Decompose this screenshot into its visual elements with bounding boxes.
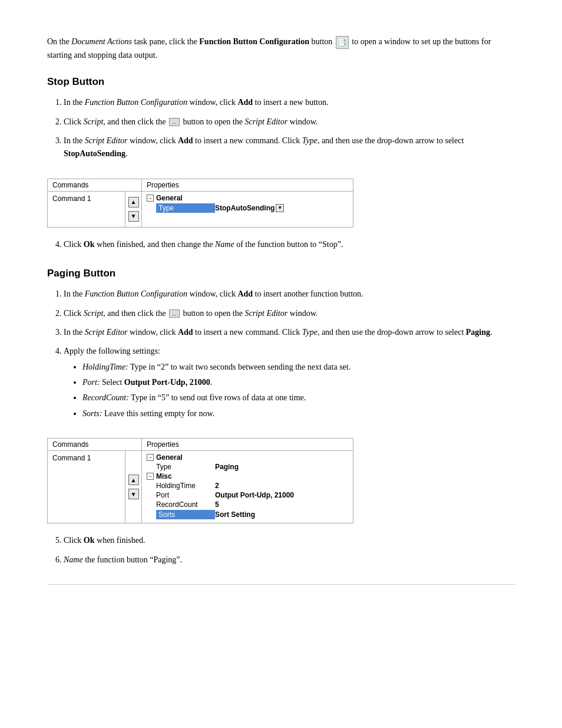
stop-general-label: General xyxy=(156,194,183,202)
paging-step-1-bold: Add xyxy=(237,289,253,298)
paging-misc-label: Misc xyxy=(156,472,172,480)
stop-button-steps: In the Function Button Configuration win… xyxy=(64,96,515,161)
stop-type-row: Type StopAutoSending ▼ xyxy=(156,203,348,213)
stop-command-1: Command 1 xyxy=(50,194,123,203)
stop-button-steps-cont: Click Ok when finished, and then change … xyxy=(64,238,515,251)
stop-step-1-italic: Function Button Configuration xyxy=(85,98,187,107)
paging-step-3: In the Script Editor window, click Add t… xyxy=(64,326,515,339)
paging-port-key: Port xyxy=(156,491,215,499)
paging-step-1-italic: Function Button Configuration xyxy=(85,289,187,298)
paging-misc-header: − Misc xyxy=(147,472,348,480)
paging-commands-header: Commands xyxy=(48,439,142,450)
paging-step-6-italic: Name xyxy=(64,555,83,564)
stop-step-1-bold: Add xyxy=(237,98,253,107)
paging-bullet-sorts: Sorts: Leave this setting empty for now. xyxy=(82,407,515,420)
intro-text-2: task pane, click the xyxy=(132,37,199,46)
stop-type-value-container: StopAutoSending ▼ xyxy=(215,204,348,212)
stop-arrow-down[interactable]: ▼ xyxy=(128,211,139,222)
paging-table-header: Commands Properties xyxy=(48,439,353,451)
stop-step-3-bold1: Add xyxy=(178,136,193,145)
paging-recordcount-row: RecordCount 5 xyxy=(156,500,348,509)
stop-step-3-italic1: Script Editor xyxy=(85,136,128,145)
paging-sorts-key: Sorts xyxy=(156,510,215,519)
stop-properties-body: − General Type StopAutoSending ▼ xyxy=(142,192,353,227)
stop-step-2: Click Script, and then click the ... but… xyxy=(64,116,515,129)
paging-holdingtime-value: 2 xyxy=(215,482,348,490)
paging-commands-list: Command 1 xyxy=(48,451,125,523)
stop-commands-header: Commands xyxy=(48,179,142,191)
paging-step-6: Name the function button “Paging”. xyxy=(64,554,515,566)
paging-step-5: Click Ok when finished. xyxy=(64,534,515,547)
paging-step-4: Apply the following settings: HoldingTim… xyxy=(64,345,515,420)
stop-table-body: Command 1 ▲ ▼ − General Type StopAutoSen xyxy=(48,192,353,227)
paging-port-value: Output Port-Udp, 21000 xyxy=(215,491,348,499)
paging-arrow-down[interactable]: ▼ xyxy=(128,489,139,499)
stop-button-section: Stop Button In the Function Button Confi… xyxy=(47,76,515,251)
paging-general-label: General xyxy=(156,453,183,462)
paging-holdingtime-key: HoldingTime xyxy=(156,482,215,490)
func-btn-icon: 📑 xyxy=(336,36,349,49)
paging-sorts-value: Sort Setting xyxy=(215,510,348,519)
stop-commands-body: Command 1 ▲ ▼ xyxy=(48,192,142,227)
paging-general-expand[interactable]: − xyxy=(147,454,154,461)
paging-step-3-italic1: Script Editor xyxy=(85,328,128,337)
paging-step-2: Click Script, and then click the ... but… xyxy=(64,307,515,320)
paging-button-heading: Paging Button xyxy=(47,268,515,279)
stop-type-dropdown[interactable]: ▼ xyxy=(276,204,284,212)
stop-step-4-bold: Ok xyxy=(84,240,95,249)
paging-command-1: Command 1 xyxy=(50,453,123,463)
stop-commands-inner: Command 1 ▲ ▼ xyxy=(48,192,141,227)
stop-type-key: Type xyxy=(156,203,215,213)
stop-step-2-italic1: Script xyxy=(84,117,103,126)
paging-button-steps: In the Function Button Configuration win… xyxy=(64,288,515,420)
stop-step-3-italic2: Type xyxy=(302,136,318,145)
stop-arrow-up[interactable]: ▲ xyxy=(128,197,139,207)
paging-commands-body: Command 1 ▲ ▼ xyxy=(48,451,142,523)
paging-sorts-row: Sorts Sort Setting xyxy=(156,510,348,519)
paging-recordcount-value: 5 xyxy=(215,500,348,509)
paging-button-steps-cont: Click Ok when finished. Name the functio… xyxy=(64,534,515,566)
paging-step-1: In the Function Button Configuration win… xyxy=(64,288,515,301)
stop-general-header: − General xyxy=(147,194,348,202)
paging-arrow-up[interactable]: ▲ xyxy=(128,475,139,485)
paging-holdingtime-row: HoldingTime 2 xyxy=(156,482,348,490)
paging-general-header: − General xyxy=(147,453,348,462)
paging-step-5-bold: Ok xyxy=(84,536,95,545)
intro-text-3: button xyxy=(309,37,335,46)
paging-step-4-bullets: HoldingTime: Type in “2” to wait two sec… xyxy=(82,361,515,421)
paging-recordcount-key: RecordCount xyxy=(156,500,215,509)
stop-button-heading: Stop Button xyxy=(47,76,515,88)
stop-script-table: Commands Properties Command 1 ▲ ▼ − xyxy=(47,179,353,228)
paging-button-section: Paging Button In the Function Button Con… xyxy=(47,268,515,566)
stop-type-value: StopAutoSending xyxy=(215,204,275,212)
paging-arrows: ▲ ▼ xyxy=(125,451,141,523)
stop-table-header: Commands Properties xyxy=(48,179,353,192)
stop-step-4-italic: Name xyxy=(215,240,234,249)
small-btn-icon-1: ... xyxy=(169,118,180,126)
paging-step-3-bold2: Paging xyxy=(466,328,490,337)
paging-bullet-recordcount: RecordCount: Type in “5” to send out fiv… xyxy=(82,391,515,404)
paging-step-2-italic1: Script xyxy=(84,309,103,318)
stop-arrows: ▲ ▼ xyxy=(125,192,141,227)
intro-text-1: On the xyxy=(47,37,71,46)
stop-commands-list: Command 1 xyxy=(48,192,125,227)
paging-bullet-holdingtime: HoldingTime: Type in “2” to wait two sec… xyxy=(82,361,515,374)
paging-port-row: Port Output Port-Udp, 21000 xyxy=(156,491,348,499)
intro-bold-1: Function Button Configuration xyxy=(199,37,309,46)
small-btn-icon-2: ... xyxy=(169,309,180,318)
stop-step-1: In the Function Button Configuration win… xyxy=(64,96,515,109)
paging-type-row: Type Paging xyxy=(156,463,348,471)
page-footer-divider xyxy=(47,584,515,585)
paging-misc-expand[interactable]: − xyxy=(147,473,154,480)
stop-general-expand[interactable]: − xyxy=(147,195,154,202)
stop-step-3: In the Script Editor window, click Add t… xyxy=(64,134,515,161)
paging-properties-header: Properties xyxy=(142,439,353,450)
stop-step-2-italic2: Script Editor xyxy=(244,117,287,126)
intro-italic-1: Document Actions xyxy=(71,37,132,46)
stop-properties-header: Properties xyxy=(142,179,353,191)
paging-commands-inner: Command 1 ▲ ▼ xyxy=(48,451,141,523)
paging-bullet-port: Port: Select Output Port-Udp, 21000. xyxy=(82,376,515,389)
paging-type-value: Paging xyxy=(215,463,348,471)
paging-table-body: Command 1 ▲ ▼ − General Type Paging xyxy=(48,451,353,523)
paging-type-key: Type xyxy=(156,463,215,471)
